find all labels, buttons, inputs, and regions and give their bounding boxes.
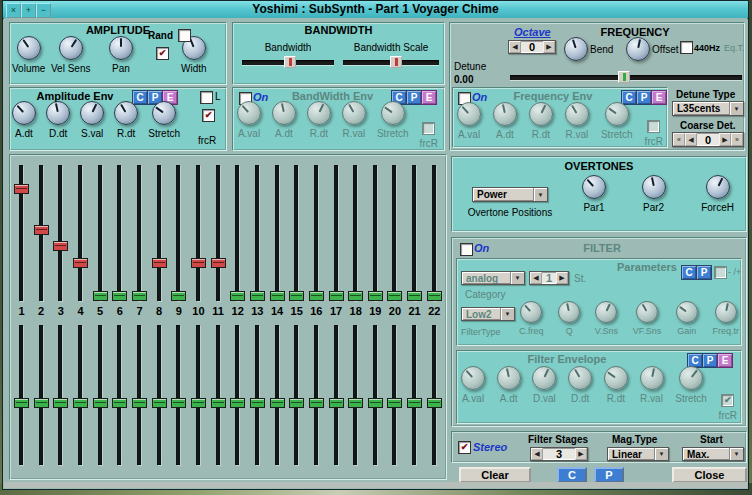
slider-handle[interactable] (329, 398, 344, 408)
r-dt-knob[interactable] (529, 102, 553, 126)
harmonic-bandwidth-slider[interactable] (93, 325, 108, 465)
harmonic-magnitude-slider[interactable] (191, 165, 206, 301)
slider-handle[interactable] (112, 398, 127, 408)
harmonic-bandwidth-slider[interactable] (73, 325, 88, 465)
coarse-decrease-button[interactable]: ◀ (685, 133, 697, 146)
paste-button[interactable]: P (696, 265, 712, 280)
random-pan-checkbox[interactable] (178, 29, 191, 42)
s-val-knob[interactable] (80, 101, 104, 125)
r-dt-knob[interactable] (604, 366, 628, 390)
stretch-knob[interactable] (605, 102, 629, 126)
harmonic-magnitude-slider[interactable] (211, 165, 226, 301)
slider-handle[interactable] (230, 398, 245, 408)
slider-handle[interactable] (230, 291, 245, 301)
a-dt-knob[interactable] (12, 101, 36, 125)
pan-knob[interactable] (109, 36, 133, 60)
slider-handle[interactable] (289, 398, 304, 408)
paste-button[interactable]: P (594, 467, 624, 483)
slider-handle[interactable] (132, 398, 147, 408)
d-dt-knob[interactable] (46, 101, 70, 125)
harmonic-bandwidth-slider[interactable] (230, 325, 245, 465)
slider-handle[interactable] (53, 241, 68, 251)
harmonic-bandwidth-slider[interactable] (14, 325, 29, 465)
slider-handle[interactable] (73, 258, 88, 268)
stretch-knob[interactable] (152, 101, 176, 125)
slider-handle[interactable] (152, 258, 167, 268)
harmonic-magnitude-slider[interactable] (368, 165, 383, 301)
harmonic-magnitude-slider[interactable] (171, 165, 186, 301)
mag-type-dropdown[interactable]: Linear ▼ (607, 447, 669, 461)
par1-knob[interactable] (582, 175, 606, 199)
d-val-knob[interactable] (532, 366, 556, 390)
bandwidth-scale-slider[interactable] (343, 56, 439, 68)
start-dropdown[interactable]: Max. ▼ (682, 447, 744, 461)
harmonic-magnitude-slider[interactable] (230, 165, 245, 301)
slider-handle[interactable] (152, 398, 167, 408)
velocity-sense-knob[interactable] (59, 36, 83, 60)
slider-handle[interactable] (390, 56, 402, 68)
coarse-big-increase-button[interactable]: » (731, 133, 743, 146)
close-button[interactable]: Close (672, 467, 747, 483)
forceh-knob[interactable] (706, 175, 730, 199)
q-knob[interactable] (558, 301, 580, 323)
linear-env-checkbox[interactable] (200, 91, 213, 104)
harmonic-magnitude-slider[interactable] (250, 165, 265, 301)
slider-handle[interactable] (211, 398, 226, 408)
r-dt-knob[interactable] (307, 101, 331, 125)
harmonic-magnitude-slider[interactable] (14, 165, 29, 301)
harmonic-magnitude-slider[interactable] (73, 165, 88, 301)
r-val-knob[interactable] (565, 102, 589, 126)
r-val-knob[interactable] (640, 366, 664, 390)
slider-handle[interactable] (14, 184, 29, 194)
slider-handle[interactable] (171, 291, 186, 301)
harmonic-magnitude-slider[interactable] (34, 165, 49, 301)
r-dt-knob[interactable] (114, 101, 138, 125)
harmonic-bandwidth-slider[interactable] (407, 325, 422, 465)
harmonic-magnitude-slider[interactable] (309, 165, 324, 301)
harmonic-bandwidth-slider[interactable] (427, 325, 442, 465)
a-val-knob[interactable] (461, 366, 485, 390)
harmonic-bandwidth-slider[interactable] (132, 325, 147, 465)
440hz-checkbox[interactable] (680, 41, 693, 54)
harmonic-magnitude-slider[interactable] (270, 165, 285, 301)
slider-handle[interactable] (171, 398, 186, 408)
harmonic-magnitude-slider[interactable] (348, 165, 363, 301)
copy-button[interactable]: C (681, 265, 697, 280)
overtone-position-dropdown[interactable]: Power ▼ (472, 187, 548, 202)
slider-handle[interactable] (284, 56, 296, 68)
slider-handle[interactable] (309, 291, 324, 301)
harmonic-magnitude-slider[interactable] (93, 165, 108, 301)
stretch-knob[interactable] (679, 366, 703, 390)
harmonic-bandwidth-slider[interactable] (270, 325, 285, 465)
slider-handle[interactable] (387, 291, 402, 301)
a-dt-knob[interactable] (493, 102, 517, 126)
slider-handle[interactable] (34, 398, 49, 408)
slider-handle[interactable] (618, 71, 630, 83)
c-freq-knob[interactable] (520, 301, 542, 323)
harmonic-magnitude-slider[interactable] (407, 165, 422, 301)
harmonic-bandwidth-slider[interactable] (34, 325, 49, 465)
detune-slider[interactable] (510, 71, 742, 83)
slider-handle[interactable] (112, 291, 127, 301)
slider-handle[interactable] (14, 398, 29, 408)
stretch-knob[interactable] (381, 101, 405, 125)
harmonic-bandwidth-slider[interactable] (211, 325, 226, 465)
force-release-checkbox[interactable]: ✔ (202, 109, 215, 122)
slider-handle[interactable] (427, 398, 442, 408)
slider-handle[interactable] (289, 291, 304, 301)
harmonic-magnitude-slider[interactable] (152, 165, 167, 301)
par2-knob[interactable] (642, 175, 666, 199)
slider-handle[interactable] (348, 291, 363, 301)
filter-type-dropdown[interactable]: Low2 ▼ (461, 307, 515, 321)
slider-handle[interactable] (132, 291, 147, 301)
slider-handle[interactable] (407, 398, 422, 408)
harmonic-magnitude-slider[interactable] (132, 165, 147, 301)
harmonic-bandwidth-slider[interactable] (112, 325, 127, 465)
force-release-checkbox[interactable] (422, 122, 435, 135)
stereo-checkbox[interactable]: ✔ (458, 441, 471, 454)
offset-knob[interactable] (626, 37, 650, 61)
octave-decrease-button[interactable]: ◀ (509, 41, 521, 53)
a-val-knob[interactable] (237, 101, 261, 125)
slider-handle[interactable] (250, 291, 265, 301)
detune-type-dropdown[interactable]: L35cents ▼ (672, 101, 744, 116)
